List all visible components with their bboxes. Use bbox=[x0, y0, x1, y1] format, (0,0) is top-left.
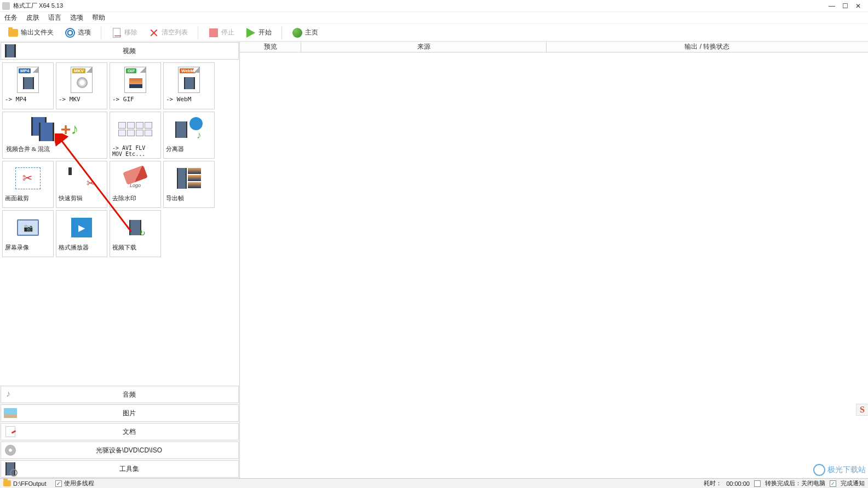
col-source[interactable]: 来源 bbox=[301, 42, 547, 52]
toolbar-separator bbox=[101, 26, 101, 39]
tile-mp4-label: -> MP4 bbox=[3, 96, 53, 103]
globe-icon bbox=[292, 27, 303, 38]
remove-button[interactable]: 移除 bbox=[108, 26, 141, 39]
category-panel: 视频 MP4 -> MP4 MKV -> MKV GIF -> GIF WebM bbox=[0, 42, 240, 478]
toolbar: 输出文件夹 选项 移除 清空列表 停止 开始 主页 bbox=[0, 24, 868, 42]
x-icon bbox=[148, 27, 159, 38]
export-frame-icon bbox=[177, 168, 201, 189]
tile-quickcut[interactable]: 快速剪辑 bbox=[56, 161, 107, 208]
crop-icon bbox=[15, 167, 41, 189]
player-icon bbox=[71, 218, 92, 237]
tile-export-frame[interactable]: 导出帧 bbox=[163, 161, 215, 208]
tile-avi[interactable]: -> AVI FLV MOV Etc... bbox=[110, 112, 161, 159]
tile-separator[interactable]: ♪ 分离器 bbox=[163, 112, 215, 159]
category-audio-label: 音频 bbox=[20, 390, 238, 399]
tile-webm-label: -> WebM bbox=[164, 96, 214, 103]
gear-icon bbox=[65, 27, 76, 38]
document-icon bbox=[3, 425, 18, 439]
tile-watermark-remove[interactable]: Logo 去除水印 bbox=[110, 161, 161, 208]
category-toolset[interactable]: 工具集 bbox=[1, 460, 239, 478]
tile-quickcut-label: 快速剪辑 bbox=[56, 194, 107, 202]
output-path[interactable]: D:\FFOutput bbox=[13, 480, 47, 487]
tile-gif-label: -> GIF bbox=[110, 96, 160, 103]
image-icon bbox=[3, 406, 18, 420]
plus-note-icon: + bbox=[61, 119, 79, 140]
tile-merge[interactable]: + 视频合并 & 混流 bbox=[2, 112, 107, 159]
menu-option[interactable]: 选项 bbox=[70, 13, 83, 22]
remove-icon bbox=[111, 27, 122, 38]
tile-download-label: 视频下载 bbox=[110, 243, 160, 252]
shutdown-checkbox[interactable] bbox=[754, 480, 761, 487]
menu-lang[interactable]: 语言 bbox=[48, 13, 61, 22]
audio-icon bbox=[3, 387, 18, 402]
tile-gif[interactable]: GIF -> GIF bbox=[110, 62, 161, 109]
task-list[interactable] bbox=[240, 53, 868, 478]
download-icon bbox=[129, 220, 141, 235]
category-audio[interactable]: 音频 bbox=[1, 386, 239, 403]
avi-icon bbox=[118, 122, 152, 136]
tile-separator-label: 分离器 bbox=[164, 145, 214, 153]
clear-list-button[interactable]: 清空列表 bbox=[145, 26, 191, 39]
home-button[interactable]: 主页 bbox=[289, 26, 321, 39]
category-image[interactable]: 图片 bbox=[1, 404, 239, 422]
tile-download[interactable]: 视频下载 bbox=[110, 210, 161, 257]
category-disc-label: 光驱设备\DVD\CD\ISO bbox=[20, 446, 238, 455]
options-button[interactable]: 选项 bbox=[61, 26, 94, 39]
multifilm-icon bbox=[31, 117, 59, 141]
toolbar-separator bbox=[198, 26, 198, 39]
minimize-button[interactable]: — bbox=[829, 3, 835, 9]
tile-crop[interactable]: 画面裁剪 bbox=[2, 161, 54, 208]
tile-crop-label: 画面裁剪 bbox=[3, 194, 53, 202]
stop-button[interactable]: 停止 bbox=[205, 26, 238, 39]
tile-webm[interactable]: WebM -> WebM bbox=[163, 62, 215, 109]
category-disc[interactable]: 光驱设备\DVD\CD\ISO bbox=[1, 441, 239, 459]
notify-checkbox[interactable] bbox=[830, 480, 836, 487]
play-icon bbox=[245, 27, 256, 38]
output-folder-button[interactable]: 输出文件夹 bbox=[4, 26, 57, 39]
toolbar-separator bbox=[281, 26, 282, 39]
menu-task[interactable]: 任务 bbox=[4, 13, 18, 22]
toolset-icon bbox=[3, 462, 18, 476]
status-bar: D:\FFOutput 使用多线程 耗时： 00:00:00 转换完成后：关闭电… bbox=[0, 478, 868, 488]
tile-screen-rec-label: 屏幕录像 bbox=[3, 243, 53, 252]
tile-export-frame-label: 导出帧 bbox=[164, 194, 214, 202]
category-image-label: 图片 bbox=[20, 409, 238, 418]
menu-skin[interactable]: 皮肤 bbox=[26, 13, 39, 22]
remove-label: 移除 bbox=[124, 28, 137, 37]
category-document-label: 文档 bbox=[20, 427, 238, 437]
multithread-checkbox[interactable] bbox=[55, 480, 62, 487]
list-header: 预览 来源 输出 / 转换状态 bbox=[240, 42, 868, 53]
category-document[interactable]: 文档 bbox=[1, 423, 239, 440]
quickcut-icon bbox=[68, 167, 95, 189]
stop-label: 停止 bbox=[221, 28, 234, 37]
folder-icon bbox=[3, 480, 11, 486]
menu-bar: 任务 皮肤 语言 选项 帮助 bbox=[0, 12, 868, 24]
menu-help[interactable]: 帮助 bbox=[92, 13, 105, 22]
task-list-panel: 预览 来源 输出 / 转换状态 bbox=[240, 42, 868, 478]
tile-mkv[interactable]: MKV -> MKV bbox=[56, 62, 107, 109]
ime-indicator[interactable]: S bbox=[856, 404, 868, 416]
maximize-button[interactable]: ☐ bbox=[842, 3, 848, 9]
video-icon bbox=[3, 44, 18, 58]
tile-merge-label: 视频合并 & 混流 bbox=[3, 145, 107, 153]
options-label: 选项 bbox=[78, 28, 91, 37]
col-status[interactable]: 输出 / 转换状态 bbox=[547, 42, 868, 52]
multithread-label: 使用多线程 bbox=[64, 479, 94, 487]
separator-icon: ♪ bbox=[175, 117, 203, 141]
tile-watermark-label: 去除水印 bbox=[110, 194, 160, 202]
window-title: 格式工厂 X64 5.13 bbox=[13, 2, 829, 10]
disc-icon bbox=[3, 443, 18, 457]
output-folder-label: 输出文件夹 bbox=[21, 28, 54, 37]
clear-list-label: 清空列表 bbox=[162, 28, 188, 37]
tile-avi-label: -> AVI FLV MOV Etc... bbox=[110, 145, 160, 157]
col-preview[interactable]: 预览 bbox=[240, 42, 301, 52]
video-tiles: MP4 -> MP4 MKV -> MKV GIF -> GIF WebM ->… bbox=[0, 60, 239, 385]
tile-player[interactable]: 格式播放器 bbox=[56, 210, 107, 257]
start-button[interactable]: 开始 bbox=[242, 26, 275, 39]
tile-screen-record[interactable]: 屏幕录像 bbox=[2, 210, 54, 257]
category-video[interactable]: 视频 bbox=[1, 42, 239, 60]
tile-mp4[interactable]: MP4 -> MP4 bbox=[2, 62, 54, 109]
close-button[interactable]: ✕ bbox=[855, 3, 861, 9]
app-icon bbox=[2, 2, 10, 10]
elapsed-label: 耗时： bbox=[704, 479, 722, 487]
